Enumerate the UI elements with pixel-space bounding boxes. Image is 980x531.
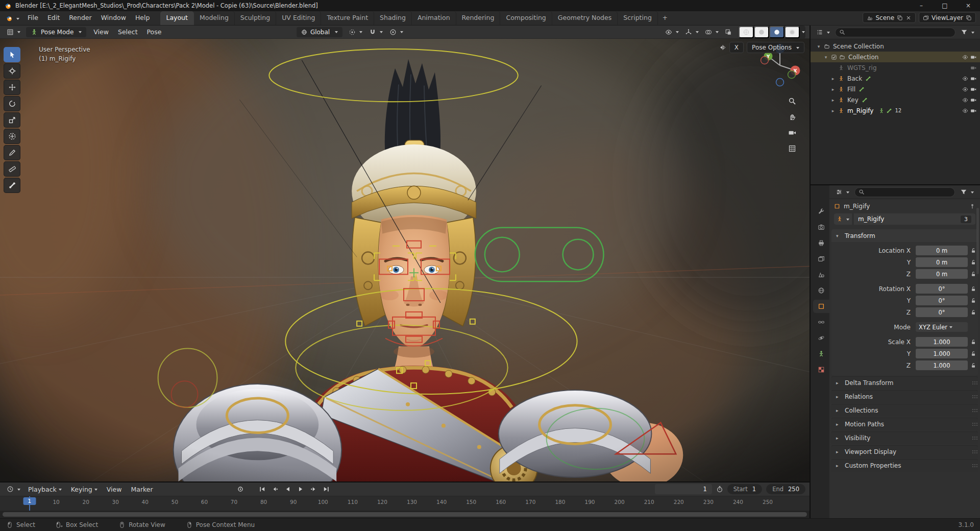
blender-menu-button[interactable] — [2, 13, 23, 25]
unlink-scene-button[interactable] — [905, 15, 912, 21]
workspace-tab[interactable]: Compositing — [500, 11, 552, 25]
gizmos-toggle-button[interactable] — [682, 27, 701, 37]
disable-in-renders-camera-icon[interactable] — [970, 86, 976, 92]
workspace-tab[interactable]: Sculpting — [235, 11, 276, 25]
property-field[interactable]: 1.000 — [916, 349, 968, 358]
lock-icon[interactable] — [968, 286, 979, 292]
property-field[interactable]: XYZ Euler — [916, 322, 968, 332]
disable-in-renders-camera-icon[interactable] — [970, 65, 976, 71]
transform-tool[interactable] — [4, 129, 20, 144]
topbar-menu[interactable]: File — [23, 11, 43, 25]
tab-texture[interactable] — [813, 363, 829, 376]
property-field[interactable]: 0 m — [916, 257, 968, 267]
snap-magnet-button[interactable] — [366, 27, 385, 37]
property-field[interactable]: 1.000 — [916, 337, 968, 347]
scrollbar-handle[interactable] — [3, 512, 807, 517]
select-box-tool[interactable] — [4, 47, 20, 62]
tab-constraints[interactable] — [813, 316, 829, 329]
workspace-tab[interactable]: Geometry Nodes — [552, 11, 618, 25]
disable-in-renders-camera-icon[interactable] — [970, 108, 976, 114]
expand-arrow[interactable]: ▸ — [830, 108, 836, 113]
property-field[interactable]: 1.000 — [916, 360, 968, 370]
overlays-toggle-button[interactable] — [702, 27, 721, 37]
tab-render[interactable] — [813, 221, 829, 234]
topbar-menu[interactable]: Help — [131, 11, 155, 25]
add-workspace-button[interactable]: + — [658, 12, 672, 25]
drag-grip-icon[interactable] — [972, 381, 973, 382]
outliner-row[interactable]: ▸ m_Rigify 12 — [811, 105, 980, 116]
play-reverse-button[interactable] — [282, 485, 293, 494]
workspace-tab[interactable]: Layout — [160, 11, 194, 25]
timeline-scrollbar[interactable] — [0, 511, 810, 518]
disable-in-renders-camera-icon[interactable] — [970, 97, 976, 103]
rotate-tool[interactable] — [4, 96, 20, 111]
workspace-tab[interactable]: UV Editing — [276, 11, 321, 25]
viewport-menu[interactable]: Pose — [143, 26, 166, 38]
close-button[interactable]: × — [957, 0, 980, 11]
measure-tool[interactable] — [4, 161, 20, 177]
tab-tool[interactable] — [813, 205, 829, 218]
outliner-row[interactable]: ▸ Key — [811, 94, 980, 105]
outliner-row[interactable]: ▾ Collection — [811, 52, 980, 62]
perspective-toggle-button[interactable] — [787, 143, 797, 154]
timeline-menu[interactable]: Playback — [24, 484, 66, 495]
workspace-tab[interactable]: Shading — [374, 11, 412, 25]
outliner-row[interactable]: WGTS_rig — [811, 62, 980, 73]
tab-world[interactable] — [813, 284, 829, 297]
previous-keyframe-button[interactable] — [270, 485, 281, 494]
timeline-menu[interactable]: Marker — [127, 484, 157, 495]
drag-grip-icon[interactable] — [972, 450, 973, 451]
topbar-menu[interactable]: Edit — [43, 11, 64, 25]
drag-grip-icon[interactable] — [972, 437, 973, 438]
tab-scene[interactable] — [813, 268, 829, 281]
hide-in-viewport-eye-icon[interactable] — [962, 86, 968, 92]
start-frame-field[interactable]: Start 1 — [727, 484, 762, 494]
viewport-menu[interactable]: View — [89, 26, 113, 38]
lock-icon[interactable] — [968, 298, 979, 304]
workspace-tab[interactable]: Texture Paint — [321, 11, 374, 25]
properties-editor-type-button[interactable] — [833, 187, 852, 197]
proportional-editing-button[interactable] — [387, 27, 406, 37]
viewport-menu[interactable]: Select — [114, 26, 142, 38]
timeline-editor-type-button[interactable] — [4, 484, 23, 494]
collapsed-panel-section[interactable]: ▸ Viewport Display — [831, 445, 978, 458]
property-field[interactable]: 0° — [916, 284, 968, 294]
mirror-x-toggle[interactable]: X — [729, 42, 744, 53]
properties-scrollbar[interactable] — [976, 208, 979, 274]
new-viewlayer-button[interactable] — [966, 15, 972, 21]
shading-wireframe-button[interactable] — [739, 26, 754, 38]
outliner-filter-button[interactable] — [958, 27, 977, 37]
property-field[interactable]: 0 m — [916, 246, 968, 255]
orientation-selector[interactable]: Global — [297, 27, 342, 37]
lock-icon[interactable] — [968, 339, 979, 345]
users-count-badge[interactable]: 3 — [961, 215, 971, 223]
workspace-tab[interactable]: Rendering — [456, 11, 501, 25]
collapsed-panel-section[interactable]: ▸ Collections — [831, 404, 978, 417]
playhead[interactable]: 1 — [23, 497, 36, 505]
expand-arrow[interactable]: ▸ — [830, 98, 836, 103]
object-types-visibility-button[interactable] — [663, 27, 681, 37]
hide-in-viewport-eye-icon[interactable] — [962, 54, 968, 60]
tab-view-layer[interactable] — [813, 252, 829, 266]
jump-to-start-button[interactable] — [257, 485, 268, 494]
disable-in-renders-camera-icon[interactable] — [970, 76, 976, 82]
outliner-row[interactable]: ▸ Back — [811, 73, 980, 84]
drag-grip-icon[interactable] — [972, 464, 973, 465]
pose-options-dropdown[interactable]: Pose Options — [747, 42, 804, 53]
hide-in-viewport-eye-icon[interactable] — [962, 97, 968, 103]
workspace-tab[interactable]: Modeling — [194, 11, 235, 25]
hide-in-viewport-eye-icon[interactable] — [962, 108, 968, 114]
new-scene-button[interactable] — [897, 15, 903, 21]
drag-grip-icon[interactable] — [972, 395, 973, 396]
scene-selector[interactable]: Scene — [863, 12, 916, 23]
lock-icon[interactable] — [968, 363, 979, 369]
lock-icon[interactable] — [968, 309, 979, 316]
checkbox-icon[interactable] — [831, 54, 837, 60]
next-keyframe-button[interactable] — [308, 485, 319, 494]
drag-grip-icon[interactable] — [972, 409, 973, 410]
property-field[interactable]: 0 m — [916, 269, 968, 279]
editor-type-button[interactable] — [4, 27, 23, 37]
end-frame-field[interactable]: End 250 — [766, 484, 805, 494]
cursor-tool[interactable] — [4, 63, 20, 79]
expand-arrow[interactable]: ▾ — [823, 55, 829, 60]
